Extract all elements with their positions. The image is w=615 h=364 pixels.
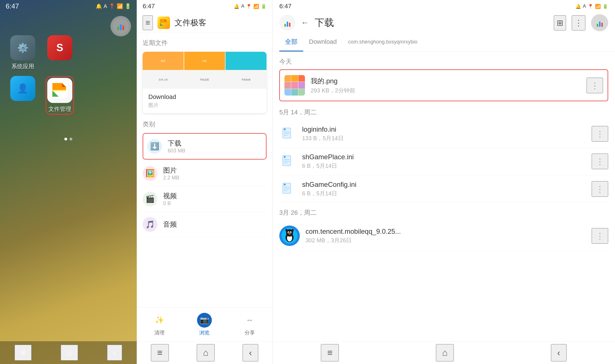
dl-file-myimage[interactable]: 我的.png 293 KB，2分钟前 ⋮ [279, 69, 608, 101]
dl-qq-more[interactable]: ⋮ [592, 228, 608, 244]
tc-9 [298, 89, 305, 96]
fm-nav-back[interactable]: ‹ [243, 344, 258, 361]
fm-clean-icon: ✨ [152, 313, 167, 328]
fm-category-audio[interactable]: 🎵 音频 [143, 212, 266, 237]
dl-tab-download[interactable]: Download [303, 34, 343, 51]
dl-header-chart [284, 19, 290, 27]
dl-logininfo-icon [279, 125, 296, 142]
fm-category-download[interactable]: ⬇️ 下载 603 MB [143, 133, 266, 160]
fm-videos-icon: 🎬 [143, 192, 157, 206]
status-time-home: 6:47 [6, 2, 19, 10]
dl-tab-shenghong[interactable]: com.shenghong.bxsyqmrxybio [343, 34, 423, 50]
dl-shgameplace-more[interactable]: ⋮ [592, 154, 608, 169]
dl-shgameconfig-info: shGameConfig.ini 6 B，5月14日 [302, 181, 586, 197]
dl-shgameconfig-icon [279, 180, 296, 197]
dl-nav-home[interactable]: ⌂ [436, 344, 454, 361]
fm-nav-clean[interactable]: ✨ 清理 [152, 313, 167, 336]
dl-search-button[interactable] [279, 15, 295, 31]
dl-shgameplace-info: shGamePlace.ini 6 B，5月14日 [302, 153, 586, 170]
dl-file-qq[interactable]: com.tencent.mobileqq_9.0.25... 302 MB，3月… [279, 220, 608, 251]
fm-hamburger-button[interactable]: ≡ [143, 15, 153, 30]
dl-myimage-more[interactable]: ⋮ [587, 78, 603, 93]
svg-rect-15 [284, 156, 286, 158]
home-nav-back[interactable]: ‹ [107, 345, 122, 361]
dl-logininfo-more[interactable]: ⋮ [592, 126, 608, 142]
dl-file-shgameplace[interactable]: shGamePlace.ini 6 B，5月14日 ⋮ [279, 148, 608, 175]
fm-recent-info: Download 图片 [143, 89, 266, 113]
fm-nav-menu[interactable]: ≡ [151, 344, 169, 361]
svg-point-32 [289, 233, 290, 235]
fm-location-icon: 📍 [246, 4, 252, 9]
fm-download-info: 下载 603 MB [168, 139, 262, 154]
dl-status-icons: 🔔 A 📍 📶 🔋 [575, 4, 608, 9]
fm-android-nav: ≡ ⌂ ‹ [137, 341, 272, 364]
svg-point-31 [290, 232, 291, 233]
dl-myimage-info: 我的.png 293 KB，2分钟前 [311, 76, 581, 94]
home-bottom-bar: ≡ ⌂ ‹ [0, 341, 137, 364]
dl-header: ← 下载 ⊞ ⋮ [272, 13, 615, 33]
home-row-1: ⚙️ 系统应用 S [9, 35, 128, 70]
fm-bottom-nav: ✨ 清理 📷 浏览 ↔️ 分享 [137, 307, 272, 341]
fm-recent-sub: 图片 [148, 102, 261, 109]
dl-qq-meta: 302 MB，3月26日 [306, 237, 586, 244]
dl-back-button[interactable]: ← [301, 18, 309, 27]
app-icon-souhu: S [47, 35, 72, 60]
dl-nav-menu[interactable]: ≡ [321, 344, 339, 361]
dl-file-shgameconfig[interactable]: shGameConfig.ini 6 B，5月14日 ⋮ [279, 175, 608, 203]
filemanager-logo-svg [51, 82, 68, 99]
dl-nav-back[interactable]: ‹ [551, 344, 567, 361]
fm-header: ≡ 文件极客 [137, 13, 272, 33]
home-fab-inner [113, 18, 129, 34]
fm-category-images[interactable]: 🖼️ 图片 2.2 MB [143, 161, 266, 186]
fm-share-label: 分享 [245, 329, 255, 336]
a-icon: A [104, 3, 107, 9]
tc-3 [298, 75, 305, 82]
fm-nav-home[interactable]: ⌂ [197, 344, 215, 361]
dl-file-logininfo[interactable]: logininfo.ini 133 B，5月14日 ⋮ [279, 120, 608, 148]
fm-categories-title: 类别 [143, 120, 266, 129]
status-icons-home: 🔔 A 📍 📶 🔋 [96, 3, 131, 9]
home-fab[interactable] [110, 16, 131, 36]
app-icon-system: ⚙️ [10, 35, 35, 60]
fm-category-videos[interactable]: 🎬 视频 0 B [143, 186, 266, 212]
tc-1 [284, 75, 291, 82]
dl-fab[interactable] [591, 14, 608, 31]
fm-images-info: 图片 2.2 MB [163, 166, 266, 181]
dl-more-button[interactable]: ⋮ [572, 15, 585, 30]
dl-status-bar: 6:47 🔔 A 📍 📶 🔋 [272, 0, 615, 13]
fm-recent-card[interactable]: 购买 优惠 购买 文件上传 手机设置 手机转移 [143, 52, 266, 113]
fm-logo [157, 16, 170, 29]
svg-point-30 [288, 232, 289, 233]
dl-qq-name: com.tencent.mobileqq_9.0.25... [306, 228, 586, 235]
dl-tab-all[interactable]: 全部 [279, 33, 303, 51]
app-system[interactable]: ⚙️ 系统应用 [9, 35, 37, 70]
fm-download-name: 下载 [168, 139, 262, 148]
dl-today-header: 今天 [279, 52, 608, 69]
fm-nav-browse[interactable]: 📷 浏览 [197, 313, 212, 336]
fm-nav-share[interactable]: ↔️ 分享 [242, 313, 257, 336]
home-nav-home[interactable]: ⌂ [61, 345, 78, 361]
app-filemanager[interactable]: 文件管理 [46, 76, 74, 115]
ini-file-icon [282, 127, 294, 140]
app-souhu[interactable]: S [46, 35, 74, 70]
fm-audio-icon: 🎵 [143, 217, 157, 232]
app-contacts[interactable]: 👤 [9, 76, 37, 115]
dl-android-nav: ≡ ⌂ ‹ [272, 341, 615, 364]
dl-grid-button[interactable]: ⊞ [554, 15, 566, 30]
dl-logininfo-info: logininfo.ini 133 B，5月14日 [302, 125, 586, 142]
dot-active [64, 138, 67, 140]
fm-battery-icon: 🔋 [261, 4, 266, 9]
dl-shgameplace-meta: 6 B，5月14日 [302, 162, 586, 170]
home-nav-menu[interactable]: ≡ [15, 345, 32, 361]
home-row-2: 👤 [9, 76, 128, 115]
fm-a-icon: A [241, 4, 244, 9]
dl-shgameconfig-more[interactable]: ⋮ [592, 181, 608, 197]
fm-content: 近期文件 购买 优惠 购买 文件上传 手 [137, 33, 272, 307]
qq-icon [282, 228, 298, 244]
fm-browse-icon: 📷 [197, 313, 212, 328]
fm-browse-label: 浏览 [199, 329, 210, 336]
tc-6 [298, 82, 305, 88]
app-icon-filemanager [47, 78, 72, 103]
dl-shgameplace-name: shGamePlace.ini [302, 153, 586, 161]
fm-videos-info: 视频 0 B [163, 191, 266, 206]
